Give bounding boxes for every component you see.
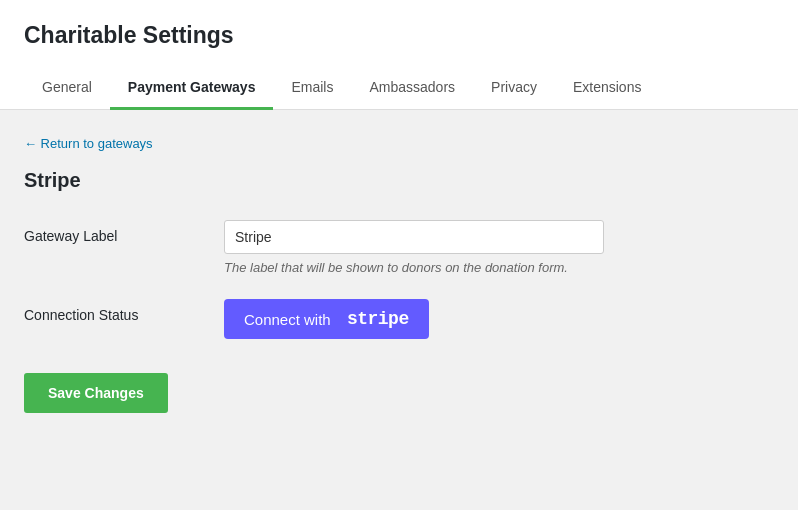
- connect-stripe-button[interactable]: Connect with stripe: [224, 299, 429, 339]
- tab-emails[interactable]: Emails: [273, 67, 351, 110]
- connection-status-row: Connection Status Connect with stripe: [24, 299, 774, 339]
- content-area: ← Return to gateways Stripe Gateway Labe…: [0, 110, 798, 510]
- page-title: Charitable Settings: [0, 0, 798, 67]
- gateway-label-hint: The label that will be shown to donors o…: [224, 260, 774, 275]
- connect-with-text: Connect with: [244, 311, 331, 328]
- connection-status-label: Connection Status: [24, 299, 224, 323]
- section-title: Stripe: [24, 169, 774, 192]
- page-wrapper: Charitable Settings General Payment Gate…: [0, 0, 798, 511]
- back-link[interactable]: ← Return to gateways: [24, 136, 153, 151]
- save-changes-button[interactable]: Save Changes: [24, 373, 168, 413]
- connection-status-control: Connect with stripe: [224, 299, 774, 339]
- gateway-label-row: Gateway Label The label that will be sho…: [24, 220, 774, 275]
- tabs-nav: General Payment Gateways Emails Ambassad…: [0, 67, 798, 110]
- gateway-label-control: The label that will be shown to donors o…: [224, 220, 774, 275]
- gateway-label-label: Gateway Label: [24, 220, 224, 244]
- gateway-label-input[interactable]: [224, 220, 604, 254]
- stripe-wordmark: stripe: [347, 309, 409, 329]
- tab-ambassadors[interactable]: Ambassadors: [351, 67, 473, 110]
- tab-extensions[interactable]: Extensions: [555, 67, 659, 110]
- tab-privacy[interactable]: Privacy: [473, 67, 555, 110]
- tab-payment-gateways[interactable]: Payment Gateways: [110, 67, 274, 110]
- tab-general[interactable]: General: [24, 67, 110, 110]
